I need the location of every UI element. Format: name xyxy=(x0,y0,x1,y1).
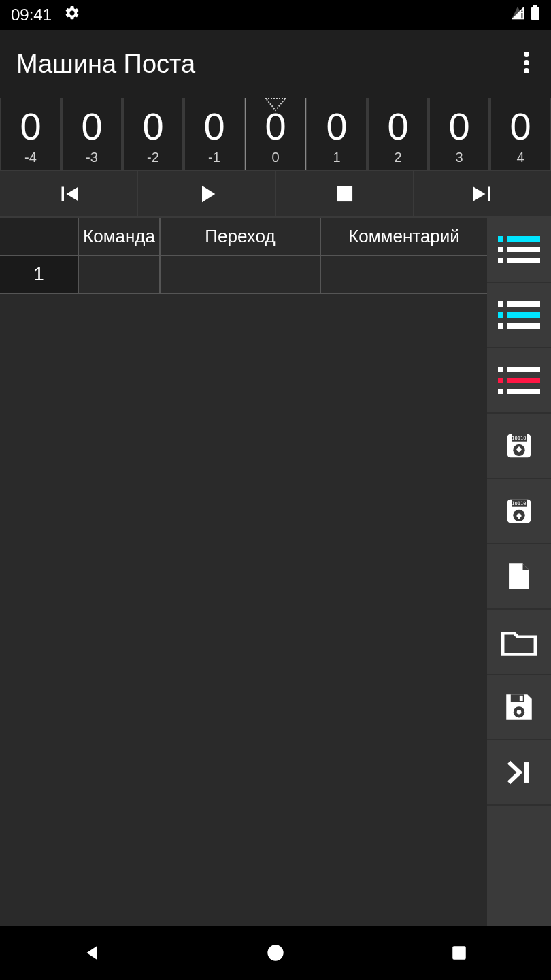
floppy-icon xyxy=(498,692,540,722)
svg-point-1 xyxy=(521,10,522,12)
load-binary-button[interactable]: 10110 xyxy=(487,414,551,478)
android-nav-bar xyxy=(0,926,551,980)
tape-cell[interactable]: 0-2 xyxy=(122,98,184,170)
go-last-button[interactable] xyxy=(487,740,551,804)
android-status-bar: 09:41 xyxy=(0,0,551,30)
tape-cell[interactable]: 0-4 xyxy=(0,98,61,170)
list-icon xyxy=(498,301,540,329)
svg-rect-2 xyxy=(531,7,539,20)
nav-home-button[interactable] xyxy=(241,932,310,973)
tape-cell[interactable]: 0-3 xyxy=(61,98,122,170)
list-delete-row-button[interactable] xyxy=(487,348,551,412)
table-row[interactable]: 1 xyxy=(0,256,487,294)
svg-point-4 xyxy=(524,52,529,57)
cell-jump[interactable] xyxy=(161,256,321,293)
skip-end-icon xyxy=(498,757,540,787)
save-file-button[interactable] xyxy=(487,675,551,739)
caret-icon xyxy=(265,98,286,112)
more-vert-icon[interactable] xyxy=(518,46,535,82)
list-insert-row-button[interactable] xyxy=(487,283,551,347)
list-add-row-button[interactable] xyxy=(487,218,551,282)
table-header: Команда Переход Комментарий xyxy=(0,218,487,256)
svg-marker-7 xyxy=(265,98,286,110)
signal-icon xyxy=(510,5,525,24)
header-command: Команда xyxy=(79,218,161,255)
list-icon xyxy=(498,367,540,394)
app-bar: Машина Поста xyxy=(0,30,551,98)
stop-button[interactable] xyxy=(275,172,413,216)
tape-cell[interactable]: 01 xyxy=(306,98,367,170)
gear-icon xyxy=(64,5,80,25)
row-number: 1 xyxy=(0,256,79,293)
svg-point-20 xyxy=(517,710,522,715)
header-comment: Комментарий xyxy=(321,218,487,255)
svg-point-22 xyxy=(267,945,283,960)
svg-rect-8 xyxy=(337,186,352,201)
tape-cell[interactable]: 02 xyxy=(367,98,429,170)
svg-rect-23 xyxy=(452,946,466,960)
file-icon xyxy=(498,561,540,591)
tape-cell[interactable]: 0-1 xyxy=(184,98,245,170)
save-binary-button[interactable]: 10110 xyxy=(487,479,551,543)
header-jump: Переход xyxy=(161,218,321,255)
forward-button[interactable] xyxy=(413,172,551,216)
svg-rect-18 xyxy=(520,696,523,701)
tape[interactable]: 0-4 0-3 0-2 0-1 00 01 02 03 04 xyxy=(0,98,551,170)
playback-controls xyxy=(0,170,551,218)
app-title: Машина Поста xyxy=(16,50,195,79)
svg-rect-21 xyxy=(524,762,529,783)
rewind-button[interactable] xyxy=(0,172,137,216)
list-icon xyxy=(498,236,540,263)
new-file-button[interactable] xyxy=(487,544,551,608)
svg-rect-0 xyxy=(522,13,523,18)
open-folder-button[interactable] xyxy=(487,610,551,674)
nav-recent-button[interactable] xyxy=(425,932,493,973)
battery-icon xyxy=(531,5,540,25)
svg-point-6 xyxy=(524,68,529,74)
svg-point-5 xyxy=(524,60,529,65)
tape-cell[interactable]: 03 xyxy=(429,98,490,170)
side-toolbar: 10110 10110 xyxy=(487,218,551,926)
svg-text:10110: 10110 xyxy=(512,435,526,441)
tape-cell[interactable]: 04 xyxy=(490,98,551,170)
play-button[interactable] xyxy=(137,172,275,216)
cell-command[interactable] xyxy=(79,256,161,293)
cell-comment[interactable] xyxy=(321,256,487,293)
program-table: Команда Переход Комментарий 1 xyxy=(0,218,487,926)
binary-save-icon: 10110 xyxy=(498,496,540,526)
nav-back-button[interactable] xyxy=(58,932,126,973)
svg-text:10110: 10110 xyxy=(512,500,526,506)
tape-cell-active[interactable]: 00 xyxy=(245,98,306,170)
svg-rect-3 xyxy=(533,5,537,7)
folder-icon xyxy=(498,627,540,657)
binary-load-icon: 10110 xyxy=(498,431,540,461)
status-time: 09:41 xyxy=(11,5,52,24)
